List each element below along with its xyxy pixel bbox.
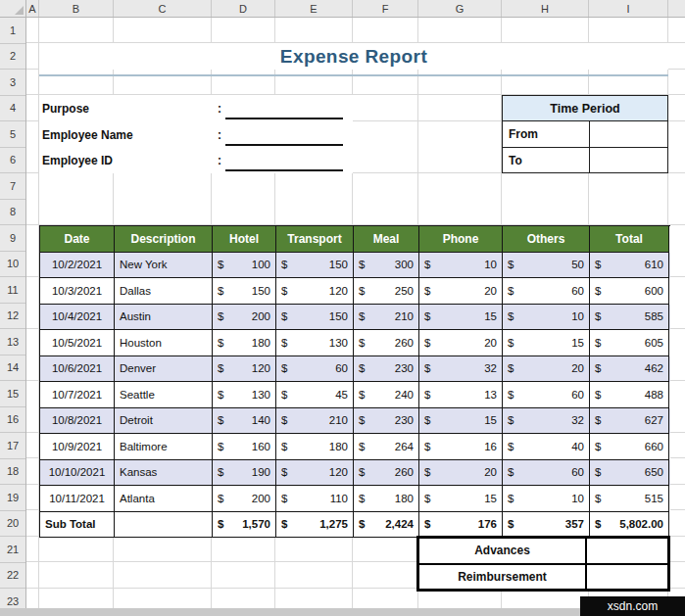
cell-phone[interactable]: $15 xyxy=(419,305,503,331)
row-header[interactable]: 21 xyxy=(0,537,25,563)
cell-hotel[interactable]: $200 xyxy=(213,486,276,512)
column-header[interactable]: E xyxy=(275,0,353,17)
cell-others[interactable]: $20 xyxy=(503,356,590,383)
header-cell-meal[interactable]: Meal xyxy=(354,226,419,253)
employee-name-input-line[interactable] xyxy=(225,124,343,146)
from-value-cell[interactable] xyxy=(590,121,667,147)
header-cell-phone[interactable]: Phone xyxy=(419,226,503,253)
header-cell-hotel[interactable]: Hotel xyxy=(213,226,276,253)
row-header[interactable]: 19 xyxy=(0,485,25,511)
report-title[interactable]: Expense Report xyxy=(39,43,668,70)
row-header[interactable]: 18 xyxy=(0,459,25,486)
from-label[interactable]: From xyxy=(503,121,590,147)
cell-description[interactable]: Austin xyxy=(115,305,213,331)
cell-meal[interactable]: $230 xyxy=(354,408,419,435)
column-header[interactable]: H xyxy=(502,0,589,17)
to-value-cell[interactable] xyxy=(590,148,667,172)
purpose-label[interactable]: Purpose xyxy=(39,102,218,116)
cell-others[interactable]: $60 xyxy=(503,278,590,305)
row-header[interactable]: 17 xyxy=(0,433,25,459)
cell-total[interactable]: $585 xyxy=(590,305,669,331)
cell-meal[interactable]: $300 xyxy=(354,253,419,279)
cell-phone[interactable]: $20 xyxy=(419,330,503,356)
cell-hotel[interactable]: $190 xyxy=(213,460,276,487)
cell-phone[interactable]: $10 xyxy=(419,253,503,279)
cell-date[interactable]: 10/8/2021 xyxy=(40,408,115,435)
cell-description[interactable]: Kansas xyxy=(115,460,213,487)
row-header[interactable]: 2 xyxy=(0,44,25,71)
cell-date[interactable]: 10/2/2021 xyxy=(40,253,115,279)
row-header[interactable]: 10 xyxy=(0,252,25,278)
cell-others[interactable]: $10 xyxy=(503,305,590,331)
header-cell-description[interactable]: Description xyxy=(115,226,213,253)
cell-phone[interactable]: $32 xyxy=(419,356,503,383)
cell-total[interactable]: $462 xyxy=(590,356,669,383)
cell-description[interactable]: Detroit xyxy=(115,408,213,435)
cell-date[interactable]: 10/11/2021 xyxy=(40,486,115,512)
reimbursement-label[interactable]: Reimbursement xyxy=(419,565,587,590)
cell-phone[interactable]: $15 xyxy=(419,408,503,435)
row-header[interactable]: 1 xyxy=(0,18,25,44)
cell-transport[interactable]: $110 xyxy=(276,486,354,512)
cell-others[interactable]: $60 xyxy=(503,460,590,487)
cell-description[interactable]: Dallas xyxy=(115,278,213,305)
cell-total[interactable]: $610 xyxy=(590,253,669,279)
column-header[interactable]: G xyxy=(418,0,502,17)
cell-others[interactable]: $15 xyxy=(503,330,590,356)
cell-hotel[interactable]: $180 xyxy=(213,330,276,356)
subtotal-total[interactable]: $5,802.00 xyxy=(590,512,669,539)
cell-transport[interactable]: $150 xyxy=(276,305,354,331)
row-header[interactable]: 13 xyxy=(0,329,25,355)
cell-meal[interactable]: $210 xyxy=(354,305,419,331)
row-header[interactable]: 16 xyxy=(0,407,25,434)
cell-total[interactable]: $660 xyxy=(590,434,669,460)
cell-date[interactable]: 10/6/2021 xyxy=(40,356,115,383)
cell-description[interactable]: Baltimore xyxy=(115,434,213,460)
header-cell-others[interactable]: Others xyxy=(503,226,590,253)
row-header[interactable]: 12 xyxy=(0,304,25,330)
cell-hotel[interactable]: $130 xyxy=(213,382,276,408)
column-header[interactable]: D xyxy=(212,0,275,17)
row-header[interactable]: 14 xyxy=(0,355,25,382)
cell-others[interactable]: $60 xyxy=(503,382,590,408)
subtotal-hotel[interactable]: $1,570 xyxy=(213,512,276,539)
employee-name-label[interactable]: Employee Name xyxy=(39,128,218,142)
cell-date[interactable]: 10/10/2021 xyxy=(40,460,115,487)
row-header[interactable]: 20 xyxy=(0,511,25,538)
cell-transport[interactable]: $210 xyxy=(276,408,354,435)
cell-total[interactable]: $488 xyxy=(590,382,669,408)
cell-meal[interactable]: $180 xyxy=(354,486,419,512)
column-header[interactable]: A xyxy=(26,0,39,17)
cell-description[interactable]: Seattle xyxy=(115,382,213,408)
cell-hotel[interactable]: $120 xyxy=(213,356,276,383)
cell-others[interactable]: $32 xyxy=(503,408,590,435)
employee-id-input-line[interactable] xyxy=(225,150,343,171)
cell-transport[interactable]: $130 xyxy=(276,330,354,356)
cell-hotel[interactable]: $140 xyxy=(213,408,276,435)
cell-hotel[interactable]: $100 xyxy=(213,253,276,279)
cell-phone[interactable]: $20 xyxy=(419,278,503,305)
cell-date[interactable]: 10/4/2021 xyxy=(40,305,115,331)
time-period-header[interactable]: Time Period xyxy=(503,96,667,121)
cell-transport[interactable]: $120 xyxy=(276,278,354,305)
cell-meal[interactable]: $250 xyxy=(354,278,419,305)
cell-date[interactable]: 10/7/2021 xyxy=(40,382,115,408)
cell-meal[interactable]: $240 xyxy=(354,382,419,408)
subtotal-meal[interactable]: $2,424 xyxy=(354,512,419,539)
row-header[interactable]: 22 xyxy=(0,563,25,590)
row-header[interactable]: 15 xyxy=(0,381,25,407)
row-header[interactable]: 8 xyxy=(0,200,25,226)
subtotal-transport[interactable]: $1,275 xyxy=(276,512,354,539)
cell-others[interactable]: $50 xyxy=(503,253,590,279)
advances-value-cell[interactable] xyxy=(587,539,667,563)
row-header[interactable]: 11 xyxy=(0,277,25,304)
column-header[interactable]: I xyxy=(589,0,668,17)
row-header[interactable]: 6 xyxy=(0,148,25,174)
cell-date[interactable]: 10/5/2021 xyxy=(40,330,115,356)
purpose-input-line[interactable] xyxy=(225,98,343,119)
column-header[interactable]: F xyxy=(353,0,418,17)
cell-date[interactable]: 10/9/2021 xyxy=(40,434,115,460)
cell-phone[interactable]: $15 xyxy=(419,486,503,512)
subtotal-label[interactable]: Sub Total xyxy=(40,512,115,539)
cell-hotel[interactable]: $200 xyxy=(213,305,276,331)
